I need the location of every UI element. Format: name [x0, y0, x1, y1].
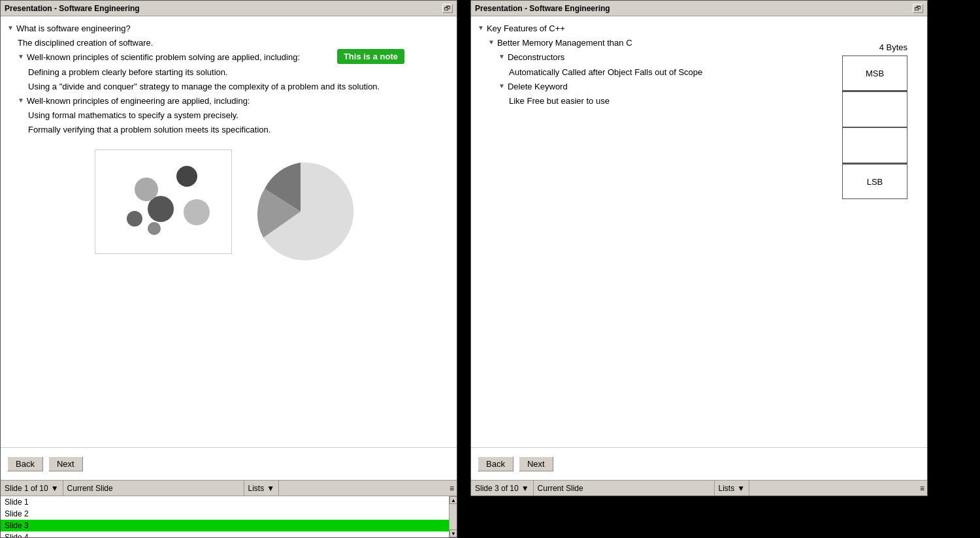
right-title-bar: Presentation - Software Engineering 🗗	[471, 1, 927, 16]
right-outline-text-1: Key Features of C++	[487, 23, 565, 35]
bubble-3	[135, 178, 158, 201]
outline-item-1-2-2: Using a "divide and conquer" strategy to…	[28, 81, 450, 93]
right-title: Presentation - Software Engineering	[475, 4, 610, 13]
bubble-chart	[95, 150, 232, 254]
right-lists-dropdown-icon[interactable]: ▼	[737, 484, 745, 493]
toggle-1-2[interactable]: ▼	[18, 53, 24, 60]
left-slide-dropdown-icon[interactable]: ▼	[51, 484, 59, 493]
right-nav-bar: Back Next	[471, 447, 927, 480]
right-slide-info: Slide 3 of 10	[475, 484, 519, 493]
outline-item-1-3-1: Using formal mathematics to specify a sy…	[28, 110, 450, 121]
left-outline: ▼ What is software engineering? The disc…	[7, 23, 450, 136]
right-outline-text-1-1: Better Memory Management than C	[497, 37, 632, 49]
memory-box-container: MSB LSB	[842, 55, 907, 199]
note-badge[interactable]: This is a note	[337, 49, 404, 64]
right-minimize-btn[interactable]: 🗗	[913, 4, 923, 13]
right-back-button[interactable]: Back	[478, 456, 514, 471]
memory-msb-box: MSB	[842, 55, 907, 91]
left-back-button[interactable]: Back	[7, 456, 43, 471]
outline-children-1-3: Using formal mathematics to specify a sy…	[28, 110, 450, 136]
left-minimize-btn[interactable]: 🗗	[442, 4, 453, 13]
right-status-icon: ≡	[920, 484, 924, 493]
outline-text-1-2-1: Defining a problem clearly before starti…	[28, 67, 228, 78]
left-status-bar: Slide 1 of 10 ▼ Current Slide Lists ▼ ≡	[1, 480, 457, 496]
right-outline-text-1-1-2: Delete Keyword	[508, 81, 568, 93]
left-lists-dropdown-icon[interactable]: ▼	[267, 484, 274, 493]
memory-msb-label: MSB	[866, 69, 884, 78]
right-lists-label: Lists	[719, 484, 735, 493]
left-scroll-down[interactable]: ▼	[449, 530, 457, 537]
left-icon-section: ≡	[279, 481, 457, 496]
left-lists-section: Lists ▼	[244, 481, 280, 496]
right-slide-dropdown-icon[interactable]: ▼	[521, 484, 529, 493]
right-slide-info-section: Slide 3 of 10 ▼	[471, 481, 534, 496]
memory-lsb-label: LSB	[867, 177, 883, 187]
memory-diagram: 4 Bytes MSB LSB	[842, 42, 907, 199]
memory-bytes-label: 4 Bytes	[842, 42, 907, 52]
outline-item-1-1: The disciplined creation of software.	[18, 37, 450, 49]
right-toggle-1-1-2[interactable]: ▼	[498, 82, 505, 89]
right-lists-section: Lists ▼	[715, 481, 750, 496]
toggle-1[interactable]: ▼	[7, 24, 14, 31]
bubble-5	[184, 199, 210, 225]
bubble-1	[127, 211, 142, 227]
bubble-chart-svg	[95, 150, 232, 254]
outline-text-1: What is software engineering?	[16, 23, 131, 35]
left-slide-list: Slide 1 Slide 2 Slide 3 Slide 4 Slide 5 …	[1, 496, 457, 537]
left-next-button[interactable]: Next	[48, 456, 83, 471]
right-status-bar: Slide 3 of 10 ▼ Current Slide Lists ▼ ≡	[471, 480, 927, 496]
right-current-slide-section: Current Slide	[534, 481, 715, 496]
right-toggle-1[interactable]: ▼	[478, 24, 484, 31]
outline-text-1-1: The disciplined creation of software.	[18, 37, 153, 49]
memory-mid2-box	[842, 127, 907, 163]
right-content-area: ▼ Key Features of C++ ▼ Better Memory Ma…	[471, 16, 927, 447]
divider	[457, 0, 464, 538]
left-slide-scrollbar[interactable]: ▲ ▼	[449, 496, 457, 537]
charts-area	[7, 150, 450, 274]
left-slide-list-items: Slide 1 Slide 2 Slide 3 Slide 4 Slide 5	[1, 496, 449, 537]
right-outline-text-1-1-2-1: Like Free but easier to use	[509, 95, 610, 107]
outline-children-1-2: Defining a problem clearly before starti…	[28, 67, 450, 93]
memory-lsb-box: LSB	[842, 163, 907, 199]
outline-item-1-3: ▼ Well-known principles of engineering a…	[18, 95, 450, 107]
outline-text-1-3-1: Using formal mathematics to specify a sy…	[28, 110, 238, 121]
right-outline-text-1-1-1-1: Automatically Called after Object Falls …	[509, 67, 702, 78]
slide-list-item-1[interactable]: Slide 1	[1, 496, 449, 508]
toggle-1-3[interactable]: ▼	[18, 97, 24, 104]
left-lists-label: Lists	[248, 484, 265, 493]
right-current-slide-label: Current Slide	[538, 484, 583, 493]
right-outline-text-1-1-1: Deconstructors	[508, 52, 564, 63]
left-slide-info: Slide 1 of 10	[5, 484, 48, 493]
left-title: Presentation - Software Engineering	[5, 4, 140, 13]
right-toggle-1-1[interactable]: ▼	[488, 39, 495, 46]
left-nav-bar: Back Next	[1, 447, 457, 480]
left-status-icon: ≡	[449, 484, 454, 493]
outline-text-1-3-2: Formally verifying that a problem soluti…	[28, 124, 270, 136]
memory-mid1-box	[842, 91, 907, 127]
outline-text-1-2: Well-known principles of scientific prob…	[27, 52, 300, 63]
pie-chart-container	[245, 156, 363, 274]
right-toggle-1-1-1[interactable]: ▼	[498, 53, 505, 60]
right-icon-section: ≡	[749, 481, 927, 496]
left-title-bar: Presentation - Software Engineering 🗗	[1, 1, 457, 16]
slide-list-item-4[interactable]: Slide 4	[1, 531, 449, 537]
outline-item-1: ▼ What is software engineering?	[7, 23, 450, 35]
right-outline-item-1: ▼ Key Features of C++	[478, 23, 921, 35]
left-scroll-up[interactable]: ▲	[449, 496, 457, 504]
left-slide-info-section: Slide 1 of 10 ▼	[1, 481, 63, 496]
bubble-4	[176, 166, 197, 187]
right-panel: Presentation - Software Engineering 🗗 ▼ …	[470, 0, 928, 496]
slide-list-item-3[interactable]: Slide 3	[1, 520, 449, 531]
left-content-area: ▼ What is software engineering? The disc…	[1, 16, 457, 447]
left-current-slide-label: Current Slide	[67, 484, 113, 493]
outline-text-1-2-2: Using a "divide and conquer" strategy to…	[28, 81, 380, 93]
outline-text-1-3: Well-known principles of engineering are…	[27, 95, 250, 107]
outline-item-1-3-2: Formally verifying that a problem soluti…	[28, 124, 450, 136]
right-next-button[interactable]: Next	[519, 456, 553, 471]
left-current-slide-section: Current Slide	[63, 481, 244, 496]
bubble-6	[148, 222, 161, 235]
slide-list-item-2[interactable]: Slide 2	[1, 508, 449, 520]
left-panel: Presentation - Software Engineering 🗗 ▼ …	[0, 0, 457, 538]
pie-chart-svg	[245, 156, 356, 267]
outline-item-1-2-1: Defining a problem clearly before starti…	[28, 67, 450, 78]
